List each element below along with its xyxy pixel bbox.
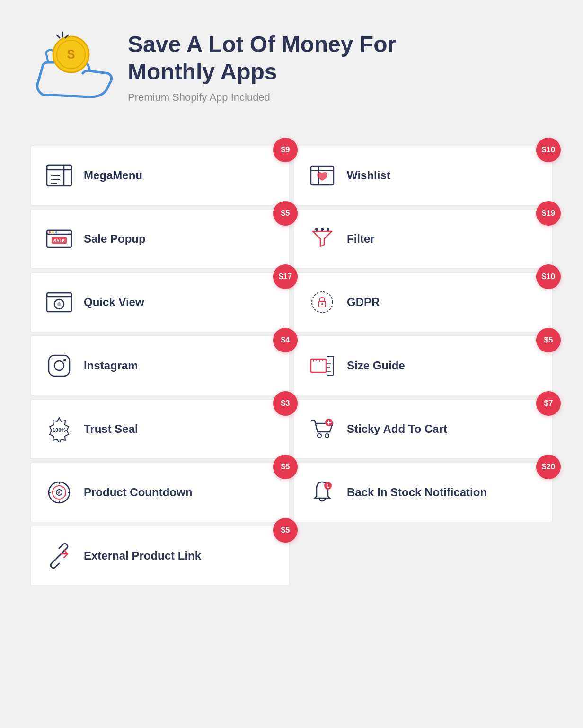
price-badge-filter: $19: [536, 201, 561, 226]
svg-rect-7: [47, 165, 71, 170]
cell-filter: $19 Filter: [293, 209, 553, 269]
back-in-stock-label: Back In Stock Notification: [347, 486, 487, 499]
wishlist-icon: [307, 160, 337, 191]
svg-point-46: [318, 434, 321, 438]
cell-megamenu: $9 MegaMenu: [30, 146, 290, 205]
svg-point-34: [63, 359, 66, 361]
svg-point-19: [55, 231, 57, 233]
wishlist-label: Wishlist: [347, 169, 390, 182]
cell-size-guide: $5 Size Guide: [293, 336, 553, 395]
cell-trust-seal: $3 100% Trust Seal: [30, 399, 290, 459]
svg-text:3: 3: [58, 491, 61, 495]
svg-text:100%: 100%: [53, 427, 66, 433]
header-subtitle: Premium Shopify App Included: [128, 91, 396, 104]
price-badge-sale-popup: $5: [273, 201, 298, 226]
sticky-add-to-cart-label: Sticky Add To Cart: [347, 422, 447, 436]
price-badge-wishlist: $10: [536, 138, 561, 162]
cell-sticky-add-to-cart: $7 Sticky Add To Cart: [293, 399, 553, 459]
cell-quick-view: $17 Quick View: [30, 272, 290, 332]
header-title: Save A Lot Of Money For Monthly Apps: [128, 31, 396, 85]
back-in-stock-icon: 1: [307, 477, 337, 508]
svg-point-29: [312, 292, 333, 313]
quick-view-label: Quick View: [84, 296, 144, 309]
price-badge-back-in-stock: $20: [536, 455, 561, 479]
gdpr-icon: [307, 287, 337, 317]
svg-text:1: 1: [327, 483, 329, 489]
svg-point-47: [325, 434, 329, 438]
trust-seal-label: Trust Seal: [84, 422, 138, 436]
sale-popup-icon: SALE: [44, 224, 74, 254]
svg-point-28: [57, 302, 61, 306]
svg-rect-32: [49, 355, 70, 376]
instagram-label: Instagram: [84, 359, 138, 372]
instagram-icon: [44, 351, 74, 381]
svg-point-22: [315, 228, 318, 231]
svg-point-23: [321, 228, 324, 231]
price-badge-megamenu: $9: [273, 138, 298, 162]
cell-back-in-stock: $20 1 Back In Stock Notification: [293, 463, 553, 522]
price-badge-size-guide: $5: [536, 328, 561, 352]
svg-rect-26: [47, 293, 71, 297]
external-product-link-icon: [44, 541, 74, 571]
size-guide-icon: [307, 351, 337, 381]
product-countdown-icon: 3: [44, 477, 74, 508]
sticky-add-to-cart-icon: [307, 414, 337, 444]
svg-point-33: [54, 361, 64, 370]
trust-seal-icon: 100%: [44, 414, 74, 444]
cell-gdpr: $10 GDPR: [293, 272, 553, 332]
header: $ Save A Lot Of Money For Monthly Apps P…: [28, 19, 555, 115]
svg-rect-35: [311, 359, 326, 372]
cell-product-countdown: $5 3 Product Countdown: [30, 463, 290, 522]
header-icon: $: [28, 28, 114, 106]
cell-instagram: $4 Instagram: [30, 336, 290, 395]
size-guide-label: Size Guide: [347, 359, 405, 372]
app-grid: $9 MegaMenu $10 Wishlist $5: [28, 144, 555, 588]
svg-point-24: [327, 228, 329, 231]
quick-view-icon: [44, 287, 74, 317]
price-badge-instagram: $4: [273, 328, 298, 352]
gdpr-label: GDPR: [347, 296, 380, 309]
filter-label: Filter: [347, 232, 375, 246]
svg-text:SALE: SALE: [53, 238, 65, 243]
megamenu-icon: [44, 160, 74, 191]
svg-line-4: [57, 35, 60, 38]
svg-point-31: [321, 303, 323, 305]
cell-external-product-link: $5 External Product Link: [30, 526, 290, 586]
sale-popup-label: Sale Popup: [84, 232, 146, 246]
product-countdown-label: Product Countdown: [84, 486, 192, 499]
cell-wishlist: $10 Wishlist: [293, 146, 553, 205]
cell-sale-popup: $5 SALE Sale Popup: [30, 209, 290, 269]
megamenu-label: MegaMenu: [84, 169, 142, 182]
price-badge-product-countdown: $5: [273, 455, 298, 479]
svg-point-17: [49, 231, 51, 233]
price-badge-gdpr: $10: [536, 264, 561, 289]
price-badge-external-product-link: $5: [273, 518, 298, 543]
header-text: Save A Lot Of Money For Monthly Apps Pre…: [128, 31, 396, 103]
svg-text:$: $: [67, 47, 75, 61]
svg-point-18: [52, 231, 54, 233]
external-product-link-label: External Product Link: [84, 549, 201, 562]
filter-icon: [307, 224, 337, 254]
price-badge-quick-view: $17: [273, 264, 298, 289]
price-badge-trust-seal: $3: [273, 391, 298, 416]
svg-rect-40: [327, 356, 334, 375]
price-badge-sticky-add-to-cart: $7: [536, 391, 561, 416]
